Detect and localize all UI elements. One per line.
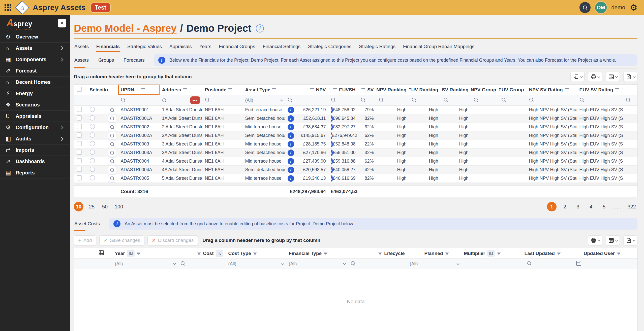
filter-npv[interactable] (285, 95, 328, 106)
settings-gear-icon[interactable]: ⚙ (630, 3, 637, 12)
col-header-uprn[interactable]: UPRN↑ (118, 85, 160, 95)
row-checkbox[interactable] (77, 132, 82, 138)
euvsh-info-icon[interactable] (331, 124, 333, 130)
export-code-button[interactable] (606, 72, 620, 82)
euvsh-info-icon[interactable] (331, 167, 333, 173)
asset-row[interactable]: ADASTR0001 1 Adal Street Dunston NE1 6AH… (74, 106, 638, 114)
filter-sv[interactable] (358, 95, 376, 106)
col-header-cost-type[interactable]: Cost Type (226, 248, 286, 259)
page-number[interactable]: 3 (573, 202, 583, 211)
row-detail-search-button[interactable] (108, 132, 116, 140)
euvsh-info-icon[interactable] (331, 158, 333, 165)
col-header-lifecycle[interactable]: Lifecycle (348, 248, 407, 259)
col-header-euv-sv-rating[interactable]: EUV SV Rating (577, 85, 623, 95)
asset-row[interactable]: ADASTR0002 2 Adal Street Dunston NE1 6AH… (74, 123, 638, 131)
col-header-euvsh[interactable]: EUVSH (328, 85, 358, 95)
asset-row[interactable]: ADASTR0003A 3A Adal Street Dunston NE1 6… (74, 149, 638, 157)
filter-icon[interactable] (141, 88, 145, 91)
col-header-address[interactable]: Address (160, 85, 202, 95)
npv-info-icon[interactable] (288, 167, 294, 173)
select-all-checkbox[interactable] (77, 87, 82, 92)
filter-icon[interactable] (137, 252, 140, 255)
filter-postcode[interactable] (202, 95, 243, 106)
asset-row[interactable]: ADASTR0004A 4A Adal Street Dunston NE1 6… (74, 166, 638, 174)
filter-icon[interactable] (272, 88, 276, 91)
col-header-euv-group[interactable]: EUV Group (499, 85, 527, 95)
euvsh-info-icon[interactable] (331, 150, 333, 156)
filter-icon[interactable] (253, 252, 257, 255)
sidebar-item[interactable]: ⇗ Forecast (0, 65, 70, 77)
sidebar-item[interactable]: ▦ Components (0, 54, 70, 65)
sidebar-item[interactable]: ⌂ Decent Homes (0, 77, 70, 88)
col-header-euv-ranking[interactable]: EUV Ranking (409, 85, 441, 95)
row-radio[interactable] (90, 167, 95, 172)
page-size-option[interactable]: 10 (74, 202, 83, 211)
asset-row[interactable]: ADASTR0002A 2A Adal Street Dunston NE1 6… (74, 131, 638, 140)
row-detail-search-button[interactable] (108, 149, 116, 157)
col-header-row-tools[interactable] (74, 248, 112, 259)
print-button[interactable] (588, 235, 602, 245)
breadcrumb-model-link[interactable]: Demo Model - Asprey (74, 23, 176, 34)
filter-uprn[interactable] (118, 95, 160, 106)
filter-icon[interactable] (557, 252, 561, 255)
npv-info-icon[interactable] (288, 175, 294, 182)
filter-updated-user[interactable] (566, 259, 620, 269)
financials-subtab[interactable]: Forecasts (123, 55, 145, 65)
row-checkbox[interactable] (77, 150, 82, 155)
page-number[interactable]: 322 (626, 202, 637, 211)
page-number[interactable]: 2 (560, 202, 570, 211)
euvsh-info-icon[interactable] (331, 115, 333, 122)
filter-euv-sv-rating[interactable] (577, 95, 623, 106)
col-header-asset-type[interactable]: Asset Type (243, 85, 285, 95)
asset-costs-tab[interactable]: Asset Costs (74, 219, 100, 229)
sidebar-close-button[interactable]: × (58, 19, 66, 27)
project-info-icon[interactable]: i (256, 24, 264, 32)
sidebar-item[interactable]: ⇄ Imports (0, 144, 70, 156)
global-search-button[interactable] (579, 2, 591, 13)
row-checkbox[interactable] (77, 107, 82, 112)
project-tab[interactable]: Financial Settings (262, 42, 301, 52)
add-button[interactable]: +Add (74, 235, 96, 245)
apps-grid-icon[interactable] (5, 4, 12, 11)
export-code-button[interactable] (606, 235, 620, 245)
sidebar-item[interactable]: ↻ Overview (0, 31, 70, 43)
project-tab[interactable]: Financials (96, 42, 120, 52)
filter-icon[interactable] (310, 88, 314, 91)
col-header-multiplier[interactable]: Multiplier (462, 248, 507, 259)
col-header-npv[interactable]: NPV (285, 85, 328, 95)
euvsh-info-icon[interactable] (331, 175, 333, 182)
euvsh-info-icon[interactable] (331, 107, 333, 113)
sidebar-item[interactable]: ⚡ Energy (0, 88, 70, 99)
col-header-npv-ranking[interactable]: NPV Ranking (376, 85, 409, 95)
col-header-selection[interactable]: Selection (87, 85, 108, 95)
financials-subtab[interactable]: Assets (74, 55, 89, 65)
filter-icon[interactable] (497, 252, 501, 255)
filter-asset-type[interactable]: (All) (243, 95, 285, 106)
euvsh-info-icon[interactable] (331, 141, 333, 148)
sidebar-item[interactable]: ↗ Dashboards (0, 156, 70, 167)
col-header-sv-ranking[interactable]: SV Ranking (441, 85, 471, 95)
financials-subtab[interactable]: Groups (98, 55, 114, 65)
sidebar-item[interactable]: ⌂ Assets (0, 43, 70, 54)
filter-planned[interactable]: (All) (407, 259, 462, 269)
asset-row[interactable]: ADASTR0003 3 Adal Street Dunston NE1 6AH… (74, 140, 638, 149)
filter-address[interactable] (160, 95, 202, 106)
filter-year[interactable]: (All) (112, 259, 178, 269)
col-header-planned[interactable]: Planned (407, 248, 462, 259)
project-tab[interactable]: Strategic Ratings (358, 42, 396, 52)
col-header-postcode[interactable]: Postcode (202, 85, 243, 95)
export-file-button[interactable] (623, 235, 637, 245)
sidebar-item[interactable]: ▤ Reports (0, 167, 70, 178)
sidebar-item[interactable]: ⚙ Configuration (0, 122, 70, 133)
row-detail-search-button[interactable] (108, 166, 116, 174)
page-number[interactable]: 4 (586, 202, 596, 211)
row-checkbox[interactable] (77, 115, 82, 121)
row-radio[interactable] (90, 150, 95, 155)
row-detail-search-button[interactable] (108, 140, 116, 148)
row-checkbox[interactable] (77, 167, 82, 172)
sidebar-item[interactable]: ❖ Scenarios (0, 99, 70, 111)
project-tab[interactable]: Financial Group Repair Mappings (403, 42, 475, 52)
col-header-npv-sv-rating[interactable]: NPV SV Rating (527, 85, 577, 95)
npv-info-icon[interactable] (288, 115, 294, 122)
project-tab[interactable]: Appraisals (169, 42, 192, 52)
